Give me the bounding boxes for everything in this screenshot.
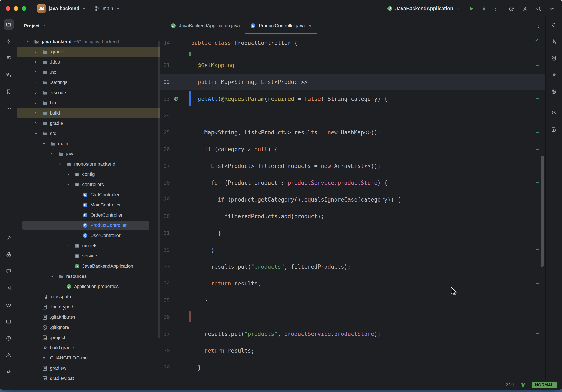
build-artifac-icon[interactable] [549,107,559,118]
project-tree-scrollbar[interactable] [158,41,160,339]
line-number[interactable]: 22 [161,79,171,85]
more-run-options-button[interactable] [493,6,499,12]
problems-icon[interactable] [4,333,14,343]
code-line-24[interactable]: 24 [161,107,545,124]
documentation-icon[interactable] [549,124,559,135]
tree-item-usercontroller[interactable]: CUserController [17,230,160,241]
close-button[interactable] [6,6,10,11]
tree-item-build[interactable]: build [17,108,160,118]
tree-item-java[interactable]: java [17,149,160,159]
line-number[interactable]: 26 [161,146,171,152]
tree-item-project[interactable]: .project [17,333,160,343]
dependencies-icon[interactable] [4,249,14,259]
tree-item-gitignore[interactable]: .gitignore [17,322,160,333]
code-line-25[interactable]: 25Map<String, List<Product>> results = n… [161,124,545,141]
vcs-stripe-mark[interactable] [536,283,539,284]
chevron-down-icon[interactable] [26,39,34,44]
line-number[interactable]: 31 [161,230,171,236]
tree-item-resources[interactable]: resources [17,271,160,282]
code-line-23[interactable]: 23getAll(@RequestParam(required = false)… [161,90,545,107]
bookmarks-icon[interactable] [4,86,14,97]
code-line-33[interactable]: 33results.put("products", filteredProduc… [161,258,545,275]
vcs-stripe-mark[interactable] [536,333,539,334]
tree-item-javabackendapplication[interactable]: JavaBackendApplication [17,261,160,271]
tab-productcontroller-java[interactable]: CProductController.java [245,17,317,34]
tree-item-productcontroller[interactable]: CProductController [17,220,160,230]
tree-item-controllers[interactable]: controllers [17,179,160,190]
line-number[interactable]: 28 [161,180,171,186]
code-line-22[interactable]: 22public Map<String, List<Product>> [161,73,545,90]
tree-item-settings[interactable]: .settings [17,77,160,88]
tree-item-ordercontroller[interactable]: COrderController [17,210,160,220]
gradle-icon[interactable] [549,70,559,80]
todo-icon[interactable] [4,283,14,293]
notifications-icon[interactable] [549,19,559,30]
tree-item-gitattributes[interactable]: .gitattributes [17,312,160,322]
ai-assistant-icon[interactable] [509,6,515,12]
ideavim-icon[interactable] [520,382,526,388]
code-line-29[interactable]: 29if (product.getCategory().equalsIgnore… [161,191,545,208]
line-number[interactable]: 37 [161,331,171,337]
chevron-right-icon[interactable] [66,254,74,258]
code-line-32[interactable]: 32} [161,241,545,258]
tree-item-service[interactable]: service [17,251,160,261]
run-button[interactable] [469,6,474,12]
caret-position-widget[interactable]: 22:1 [506,382,514,388]
tree-item-gradle[interactable]: gradle [17,118,160,128]
code-line-36[interactable]: 36 [161,309,545,325]
tree-item-gradlew[interactable]: gradlew [17,363,160,373]
pull-requests-icon[interactable] [4,53,14,63]
vcs-stripe-mark[interactable] [536,65,539,66]
code-line-21[interactable]: 21@GetMapping [161,57,545,73]
chevron-down-icon[interactable] [50,274,58,278]
vcs-stripe-mark[interactable] [536,98,539,99]
more-tools-icon[interactable] [4,103,14,114]
tree-item-cartcontroller[interactable]: CCartController [17,190,160,200]
chevron-right-icon[interactable] [34,121,42,125]
tab-javabackendapplication-java[interactable]: JavaBackendApplication.java [165,17,245,34]
chevron-down-icon[interactable] [42,142,50,146]
tree-item-nx[interactable]: .nx [17,67,160,77]
folded-region[interactable] [161,51,545,57]
vcs-stripe-mark[interactable] [536,249,539,250]
project-panel-header[interactable]: Project [17,17,160,35]
tree-item-factorypath[interactable]: .factorypath [17,302,160,312]
vcs-stripe-mark[interactable] [536,182,539,183]
line-number[interactable]: 35 [161,297,171,303]
endpoint-globe-icon[interactable] [171,96,181,102]
line-number[interactable]: 30 [161,214,171,219]
chevron-right-icon[interactable] [34,91,42,95]
code-line-28[interactable]: 28for (Product product : productService.… [161,174,545,191]
vcs-added-marker[interactable] [189,51,191,57]
tree-item-changelog-md[interactable]: M↓CHANGELOG.md [17,353,160,363]
tree-item-vscode[interactable]: .vscode [17,88,160,98]
commit-icon[interactable] [4,36,14,46]
line-number[interactable]: 33 [161,264,171,270]
chevron-down-icon[interactable] [50,152,58,156]
tree-item-build-gradle[interactable]: build.gradle [17,343,160,353]
code-line-34[interactable]: 34return results; [161,275,545,292]
tree-item-src[interactable]: src [17,128,160,139]
debug-button[interactable] [481,6,487,12]
search-everywhere-icon[interactable] [536,6,541,12]
tree-item-gradle[interactable]: .gradle [17,47,160,57]
editor[interactable]: 14public class ProductController {21@Get… [161,35,545,380]
tree-item-gradlew-bat[interactable]: gradlew.bat [17,373,160,380]
code-line-14[interactable]: 14public class ProductController { [161,35,545,51]
project-icon[interactable] [4,19,14,30]
chevron-right-icon[interactable] [34,50,42,54]
line-number[interactable]: 36 [161,314,171,320]
structure-icon[interactable] [4,70,14,80]
chevron-right-icon[interactable] [66,244,74,248]
minimize-button[interactable] [14,6,18,11]
ai-chat-icon[interactable] [4,266,14,276]
line-number[interactable]: 25 [161,130,171,135]
code-line-37[interactable]: 37results.put("products", productService… [161,325,545,342]
vcs-stripe-mark[interactable] [536,149,539,150]
line-number[interactable]: 27 [161,163,171,169]
tree-item-bin[interactable]: bin [17,98,160,108]
code-with-me-icon[interactable] [522,6,528,12]
ai-assistant-tool-icon[interactable] [549,36,559,46]
line-number[interactable]: 38 [161,348,171,354]
code-line-30[interactable]: 30filteredProducts.add(product); [161,208,545,225]
